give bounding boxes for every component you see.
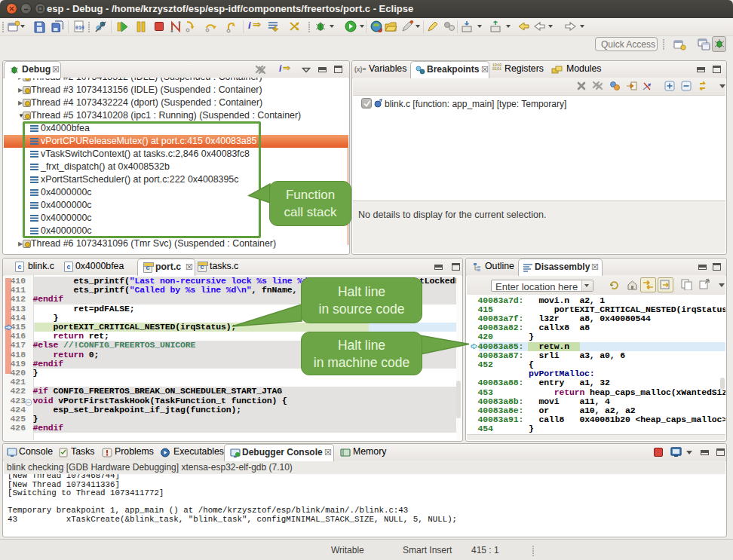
svg-text:010: 010 (75, 26, 84, 31)
